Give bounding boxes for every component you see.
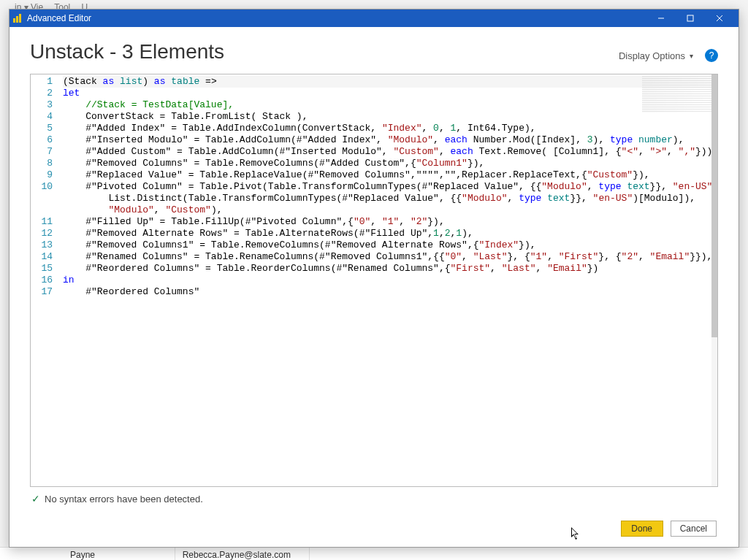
code-line[interactable]: ConvertStack = Table.FromList( Stack ), [63,111,717,123]
code-line[interactable]: #"Reordered Columns" [63,286,717,298]
code-line[interactable]: List.Distinct(Table.TransformColumnTypes… [63,193,717,204]
line-number: 14 [31,251,53,263]
code-line[interactable]: #"Inserted Modulo" = Table.AddColumn(#"A… [63,134,717,146]
page-title: Unstack - 3 Elements [30,40,614,64]
code-line[interactable]: (Stack as list) as table => [63,76,717,88]
advanced-editor-window: Advanced Editor Unstack - 3 Elements Dis… [9,9,739,548]
line-number: 15 [31,263,53,275]
code-line[interactable]: #"Filled Up" = Table.FillUp(#"Pivoted Co… [63,216,717,228]
line-number: 6 [31,134,53,146]
code-line[interactable]: //Stack = TestData[Value], [63,99,717,111]
bg-cell-email: Rebecca.Payne@slate.com [178,548,310,560]
line-number: 17 [31,286,53,298]
line-number: 3 [31,99,53,111]
code-line[interactable]: in [63,275,717,286]
line-number: 13 [31,239,53,251]
code-line[interactable]: #"Removed Columns" = Table.RemoveColumns… [63,158,717,169]
line-number: 8 [31,158,53,169]
svg-rect-4 [687,15,693,21]
help-icon[interactable]: ? [705,49,718,62]
display-options-dropdown[interactable]: Display Options ▾ [614,47,698,64]
code-line[interactable]: #"Added Index" = Table.AddIndexColumn(Co… [63,123,717,134]
code-editor[interactable]: 1234567891011121314151617 (Stack as list… [30,74,718,487]
maximize-button[interactable] [676,9,705,27]
vertical-scrollbar[interactable] [711,74,717,486]
code-line[interactable]: #"Pivoted Column" = Table.Pivot(Table.Tr… [63,181,717,193]
status-text: No syntax errors have been detected. [45,494,203,505]
code-line[interactable]: #"Removed Columns1" = Table.RemoveColumn… [63,239,717,251]
done-button[interactable]: Done [621,521,663,537]
line-number [31,193,53,204]
code-line[interactable]: let [63,88,717,99]
svg-rect-0 [13,18,15,23]
power-bi-icon [12,13,23,23]
status-bar: ✓ No syntax errors have been detected. [30,487,718,505]
close-button[interactable] [705,9,734,27]
background-row: Payne Rebecca.Payne@slate.com [0,547,748,560]
svg-rect-1 [16,16,18,23]
line-number: 2 [31,88,53,99]
code-area[interactable]: (Stack as list) as table =>let //Stack =… [60,74,717,486]
line-number: 1 [31,76,53,88]
line-number [31,204,53,216]
cancel-button[interactable]: Cancel [671,521,717,537]
line-number: 7 [31,146,53,158]
line-number: 4 [31,111,53,123]
line-number-gutter: 1234567891011121314151617 [31,74,60,486]
svg-rect-2 [19,14,21,23]
code-line[interactable]: #"Reordered Columns" = Table.ReorderColu… [63,263,717,275]
display-options-label: Display Options [619,50,685,61]
minimize-button[interactable] [646,9,676,27]
line-number: 10 [31,181,53,193]
code-line[interactable]: #"Removed Alternate Rows" = Table.Altern… [63,228,717,239]
code-line[interactable]: "Modulo", "Custom"), [63,204,717,216]
window-title: Advanced Editor [27,13,646,23]
line-number: 12 [31,228,53,239]
bg-cell-lastname: Payne [66,548,175,560]
code-line[interactable]: #"Added Custom" = Table.AddColumn(#"Inse… [63,146,717,158]
titlebar[interactable]: Advanced Editor [9,9,739,27]
checkmark-icon: ✓ [31,493,40,505]
line-number: 16 [31,275,53,286]
chevron-down-icon: ▾ [690,52,693,60]
code-line[interactable]: #"Renamed Columns" = Table.RenameColumns… [63,251,717,263]
line-number: 5 [31,123,53,134]
line-number: 9 [31,169,53,181]
code-line[interactable]: #"Replaced Value" = Table.ReplaceValue(#… [63,169,717,181]
line-number: 11 [31,216,53,228]
minimap[interactable] [642,76,711,112]
